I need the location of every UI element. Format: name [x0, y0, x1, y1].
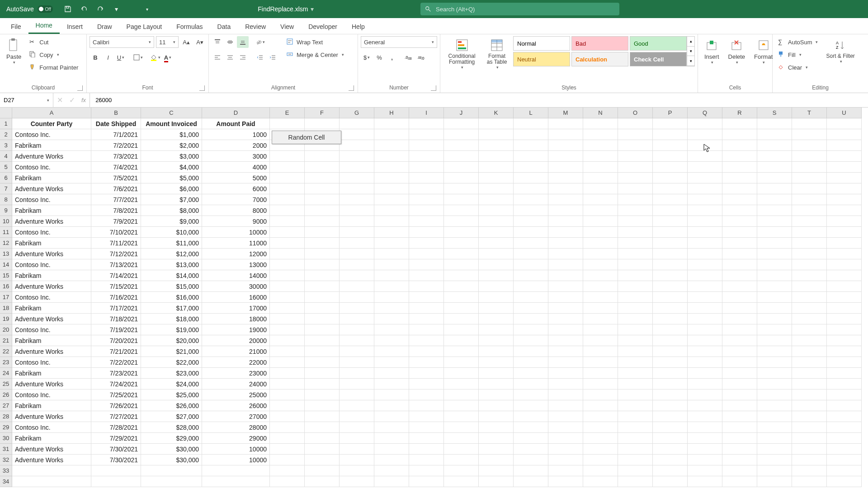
cell[interactable]: [722, 465, 757, 476]
cell[interactable]: [583, 162, 618, 173]
cell[interactable]: [618, 162, 653, 173]
cell[interactable]: [757, 368, 792, 379]
cell[interactable]: [514, 303, 548, 314]
cell[interactable]: [618, 357, 653, 368]
cell[interactable]: [444, 476, 479, 487]
cell[interactable]: [722, 173, 757, 183]
cell[interactable]: [722, 400, 757, 411]
cell[interactable]: 20000: [202, 335, 270, 346]
cell[interactable]: $29,000: [141, 433, 202, 444]
cell[interactable]: [305, 324, 340, 335]
cell[interactable]: [444, 433, 479, 444]
cell[interactable]: [827, 216, 862, 227]
column-header[interactable]: C: [141, 108, 202, 118]
format-painter-button[interactable]: Format Painter: [27, 61, 81, 73]
cell[interactable]: [548, 335, 583, 346]
cell[interactable]: [340, 227, 374, 238]
cell[interactable]: [479, 151, 514, 162]
cell[interactable]: 4000: [202, 162, 270, 173]
cell[interactable]: [722, 140, 757, 151]
cell[interactable]: [340, 314, 374, 324]
cell[interactable]: [479, 433, 514, 444]
cell[interactable]: [444, 303, 479, 314]
cell[interactable]: Counter Party: [12, 118, 91, 129]
cell[interactable]: [141, 465, 202, 476]
cell[interactable]: 8000: [202, 205, 270, 216]
cell[interactable]: [340, 292, 374, 303]
sort-filter-button[interactable]: AZSort & Filter▾: [822, 36, 858, 66]
cell[interactable]: [548, 411, 583, 422]
cell[interactable]: [514, 173, 548, 183]
cell[interactable]: [722, 270, 757, 281]
font-name-combo[interactable]: Calibri▾: [90, 36, 154, 48]
cell[interactable]: Contoso Inc.: [12, 292, 91, 303]
cell[interactable]: [757, 433, 792, 444]
cell[interactable]: $27,000: [141, 411, 202, 422]
cell[interactable]: [618, 335, 653, 346]
cell[interactable]: [653, 194, 688, 205]
cell[interactable]: [827, 357, 862, 368]
autosave-toggle[interactable]: Off: [38, 5, 53, 13]
cell[interactable]: 24000: [202, 379, 270, 389]
cell[interactable]: [653, 335, 688, 346]
cell[interactable]: [688, 422, 722, 433]
cell[interactable]: [792, 216, 827, 227]
cell[interactable]: [548, 379, 583, 389]
cell[interactable]: [792, 173, 827, 183]
row-header[interactable]: 31: [0, 444, 12, 455]
select-all-button[interactable]: [0, 108, 12, 118]
cell[interactable]: [479, 118, 514, 129]
cell[interactable]: [409, 249, 444, 259]
formula-input[interactable]: 26000: [90, 93, 868, 107]
cell[interactable]: 7/15/2021: [91, 281, 141, 292]
cell[interactable]: 10000: [202, 444, 270, 455]
row-header[interactable]: 22: [0, 346, 12, 357]
cell[interactable]: [514, 324, 548, 335]
cell[interactable]: [374, 357, 409, 368]
cell[interactable]: [305, 335, 340, 346]
cell[interactable]: [722, 292, 757, 303]
cell[interactable]: [340, 270, 374, 281]
cell[interactable]: [514, 379, 548, 389]
cell[interactable]: [757, 173, 792, 183]
cell[interactable]: [653, 476, 688, 487]
cell[interactable]: [409, 238, 444, 249]
cell[interactable]: Adventure Works: [12, 455, 91, 465]
cell[interactable]: [340, 259, 374, 270]
cell[interactable]: 13000: [202, 259, 270, 270]
cell[interactable]: [792, 444, 827, 455]
cell[interactable]: [792, 162, 827, 173]
cell[interactable]: [688, 379, 722, 389]
cell[interactable]: [141, 476, 202, 487]
cell[interactable]: 7/26/2021: [91, 400, 141, 411]
cell[interactable]: [340, 411, 374, 422]
cell[interactable]: [583, 270, 618, 281]
cell[interactable]: [444, 400, 479, 411]
cell[interactable]: [514, 411, 548, 422]
cell[interactable]: [827, 140, 862, 151]
cell[interactable]: [827, 162, 862, 173]
cell[interactable]: [827, 151, 862, 162]
row-header[interactable]: 6: [0, 173, 12, 183]
cell[interactable]: [514, 335, 548, 346]
cell[interactable]: [340, 238, 374, 249]
cell[interactable]: [409, 433, 444, 444]
cell[interactable]: Fabrikam: [12, 368, 91, 379]
column-header[interactable]: U: [827, 108, 862, 118]
cell[interactable]: [827, 270, 862, 281]
gallery-down-icon[interactable]: ▾: [687, 47, 694, 56]
cell[interactable]: [305, 368, 340, 379]
cell[interactable]: [409, 205, 444, 216]
cell[interactable]: [305, 433, 340, 444]
cell[interactable]: 21000: [202, 346, 270, 357]
cell[interactable]: [548, 162, 583, 173]
cell[interactable]: [479, 259, 514, 270]
cell[interactable]: [514, 346, 548, 357]
cell[interactable]: [479, 129, 514, 140]
cell[interactable]: [757, 238, 792, 249]
cell[interactable]: [688, 335, 722, 346]
cell[interactable]: [479, 216, 514, 227]
row-header[interactable]: 29: [0, 422, 12, 433]
cell[interactable]: [91, 465, 141, 476]
cell[interactable]: [514, 249, 548, 259]
